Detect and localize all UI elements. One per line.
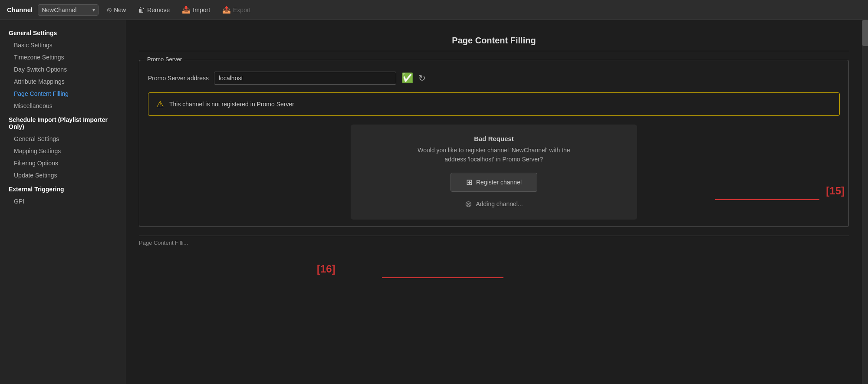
annotation-15: [15] <box>826 185 845 197</box>
remove-button[interactable]: 🗑 Remove <box>135 4 173 16</box>
export-button[interactable]: 📤 Export <box>219 4 254 16</box>
warning-box: ⚠ This channel is not registered in Prom… <box>148 92 840 116</box>
new-icon: ⎋ <box>107 6 112 14</box>
adding-channel-label: Adding channel... <box>476 200 523 207</box>
sidebar-item-mapping-settings[interactable]: Mapping Settings <box>0 145 126 157</box>
sidebar-item-update-settings[interactable]: Update Settings <box>0 169 126 181</box>
scrollbar-track[interactable] <box>862 20 868 384</box>
promo-server-address-label: Promo Server address <box>148 75 209 82</box>
promo-server-section-title: Promo Server <box>145 56 184 62</box>
annotation-16: [16] <box>317 263 335 275</box>
promo-server-section: Promo Server Promo Server address ✅ ↻ ⚠ … <box>139 60 849 227</box>
refresh-icon[interactable]: ↻ <box>418 73 426 83</box>
remove-label: Remove <box>147 7 170 13</box>
promo-server-row: Promo Server address ✅ ↻ <box>148 72 840 85</box>
toolbar: Channel NewChannel ▾ ⎋ New 🗑 Remove 📥 Im… <box>0 0 868 20</box>
main-layout: General Settings Basic Settings Timezone… <box>0 20 868 384</box>
scrollbar-thumb[interactable] <box>862 20 868 46</box>
adding-channel-row: ⊗ Adding channel... <box>364 199 624 209</box>
sidebar-item-gpi[interactable]: GPI <box>0 195 126 207</box>
dialog-title: Bad Request <box>364 135 624 142</box>
dialog-panel: Bad Request Would you like to register c… <box>351 125 637 220</box>
check-circle-icon[interactable]: ✅ <box>401 72 413 84</box>
sidebar-item-page-content-filling[interactable]: Page Content Filling <box>0 88 126 100</box>
register-channel-label: Register channel <box>476 179 522 186</box>
export-label: Export <box>233 7 250 13</box>
dialog-message: Would you like to register channel 'NewC… <box>364 146 624 164</box>
external-triggering-title: External Triggering <box>0 181 126 195</box>
sidebar-item-filtering-options[interactable]: Filtering Options <box>0 157 126 169</box>
sidebar-item-miscellaneous[interactable]: Miscellaneous <box>0 100 126 112</box>
page-title: Page Content Filling <box>139 29 849 51</box>
channel-label: Channel <box>7 6 33 13</box>
sidebar-item-day-switch-options[interactable]: Day Switch Options <box>0 63 126 75</box>
import-label: Import <box>193 7 210 13</box>
sidebar-item-basic-settings[interactable]: Basic Settings <box>0 39 126 51</box>
export-icon: 📤 <box>222 6 231 14</box>
annotation-line-16 <box>382 277 503 278</box>
import-icon: 📥 <box>182 6 191 14</box>
channel-select-wrapper[interactable]: NewChannel ▾ <box>38 4 99 16</box>
warning-text: This channel is not registered in Promo … <box>169 101 294 108</box>
promo-server-address-input[interactable] <box>214 72 396 85</box>
new-label: New <box>114 7 126 13</box>
page-content: Page Content Filling Promo Server Promo … <box>126 20 862 255</box>
annotation-line-15 <box>715 199 819 200</box>
channel-select[interactable]: NewChannel <box>38 4 99 16</box>
general-settings-title: General Settings <box>0 25 126 39</box>
sidebar-item-general-settings-schedule[interactable]: General Settings <box>0 133 126 145</box>
plus-icon: ⊞ <box>466 177 473 187</box>
content-area: Page Content Filling Promo Server Promo … <box>126 20 862 384</box>
sidebar-item-timezone-settings[interactable]: Timezone Settings <box>0 51 126 63</box>
schedule-import-title: Schedule Import (Playlist Importer Only) <box>0 112 126 133</box>
import-button[interactable]: 📥 Import <box>178 4 214 16</box>
x-circle-icon[interactable]: ⊗ <box>465 199 472 209</box>
sidebar: General Settings Basic Settings Timezone… <box>0 20 126 384</box>
trash-icon: 🗑 <box>138 6 145 14</box>
new-button[interactable]: ⎋ New <box>104 4 129 16</box>
register-channel-button[interactable]: ⊞ Register channel <box>450 173 537 192</box>
bottom-partial-label: Page Content Filli... <box>139 236 849 246</box>
sidebar-item-attribute-mappings[interactable]: Attribute Mappings <box>0 75 126 88</box>
warning-triangle-icon: ⚠ <box>156 99 164 109</box>
